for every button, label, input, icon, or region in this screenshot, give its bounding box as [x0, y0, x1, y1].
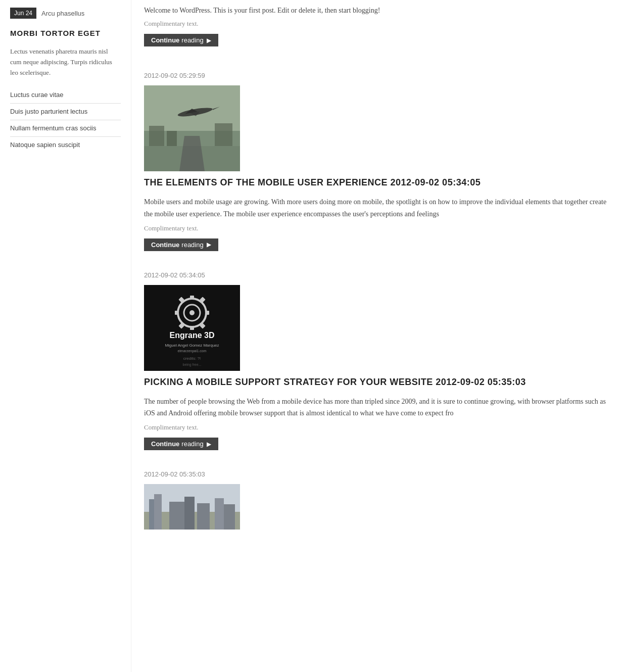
svg-text:Engrane 3D: Engrane 3D [170, 331, 215, 340]
article-1-date: 2012-09-02 05:29:59 [144, 72, 608, 79]
svg-text:Miguel Angel Gomez Marquez: Miguel Angel Gomez Marquez [165, 343, 219, 348]
continue-rest-2: reading [181, 440, 203, 448]
arrow-icon-2: ▶ [207, 441, 211, 448]
nav-link-3[interactable]: Nullam fermentum cras sociis [10, 124, 97, 132]
list-item[interactable]: Luctus curae vitae [10, 87, 121, 104]
article-3-date: 2012-09-02 05:35:03 [144, 470, 608, 478]
article-2-title: PICKING A MOBILE SUPPORT STRATEGY FOR YO… [144, 377, 608, 388]
list-item[interactable]: Nullam fermentum cras sociis [10, 120, 121, 137]
list-item[interactable]: Natoque sapien suscipit [10, 137, 121, 153]
article-1-continue-reading-button[interactable]: Continue reading▶ [144, 238, 218, 251]
svg-rect-35 [184, 497, 195, 530]
continue-bold-1: Continue [151, 241, 179, 249]
article-1: 2012-09-02 05:29:59 [144, 72, 608, 251]
welcome-complimentary: Complimentary text. [144, 20, 608, 28]
svg-text:being free...: being free... [183, 363, 202, 367]
svg-rect-18 [175, 311, 179, 315]
svg-text:elmarzenpal1.com: elmarzenpal1.com [177, 349, 206, 353]
engrane-image: Engrane 3D Miguel Angel Gomez Marquez el… [144, 285, 240, 371]
article-2-continue-reading-button[interactable]: Continue reading▶ [144, 438, 218, 450]
sidebar-date-section: Jun 24 Arcu phasellus [10, 8, 121, 19]
arrow-icon-1: ▶ [207, 241, 211, 248]
sidebar-date-link[interactable]: Arcu phasellus [41, 10, 84, 17]
article-3-image [144, 484, 608, 530]
svg-point-23 [189, 310, 195, 315]
svg-rect-15 [190, 296, 194, 300]
welcome-post: Welcome to WordPress. This is your first… [144, 5, 608, 57]
article-3: 2012-09-02 05:35:03 [144, 470, 608, 530]
svg-rect-34 [169, 502, 184, 530]
continue-rest: reading [181, 36, 203, 44]
svg-rect-16 [190, 326, 194, 330]
continue-bold: Continue [151, 36, 179, 44]
svg-rect-33 [154, 494, 162, 530]
nav-link-2[interactable]: Duis justo parturient lectus [10, 108, 87, 115]
article-2-body: The number of people browsing the Web fr… [144, 396, 608, 420]
main-content: Welcome to WordPress. This is your first… [131, 0, 621, 672]
sidebar: Jun 24 Arcu phasellus MORBI TORTOR EGET … [0, 0, 131, 672]
svg-rect-5 [149, 126, 164, 146]
list-item[interactable]: Duis justo parturient lectus [10, 104, 121, 120]
nav-link-1[interactable]: Luctus curae vitae [10, 91, 64, 99]
arrow-icon: ▶ [207, 37, 211, 44]
article-2-image: Engrane 3D Miguel Angel Gomez Marquez el… [144, 285, 608, 371]
aircraft-image [144, 85, 240, 171]
svg-rect-6 [167, 131, 177, 146]
date-badge: Jun 24 [10, 8, 36, 19]
article-1-image [144, 85, 608, 171]
article-2-date: 2012-09-02 05:34:05 [144, 271, 608, 279]
building-image [144, 484, 240, 530]
sidebar-body-text: Lectus venenatis pharetra mauris nisl cu… [10, 46, 121, 78]
svg-rect-36 [197, 503, 210, 530]
svg-rect-7 [215, 123, 232, 146]
article-1-body: Mobile users and mobile usage are growin… [144, 196, 608, 220]
article-1-complimentary: Complimentary text. [144, 224, 608, 232]
sidebar-nav-list: Luctus curae vitae Duis justo parturient… [10, 87, 121, 153]
continue-bold-2: Continue [151, 440, 179, 448]
article-1-title: THE ELEMENTS OF THE MOBILE USER EXPERIEN… [144, 177, 608, 188]
svg-text:credits: ?!: credits: ?! [183, 356, 201, 361]
continue-rest-1: reading [181, 241, 203, 249]
svg-rect-38 [224, 504, 235, 530]
svg-rect-17 [205, 311, 209, 315]
svg-rect-37 [215, 498, 224, 530]
welcome-text: Welcome to WordPress. This is your first… [144, 5, 608, 16]
welcome-continue-reading-button[interactable]: Continue reading▶ [144, 34, 218, 46]
nav-link-4[interactable]: Natoque sapien suscipit [10, 141, 80, 149]
article-2: 2012-09-02 05:34:05 [144, 271, 608, 451]
sidebar-heading: MORBI TORTOR EGET [10, 29, 121, 37]
article-2-complimentary: Complimentary text. [144, 423, 608, 431]
